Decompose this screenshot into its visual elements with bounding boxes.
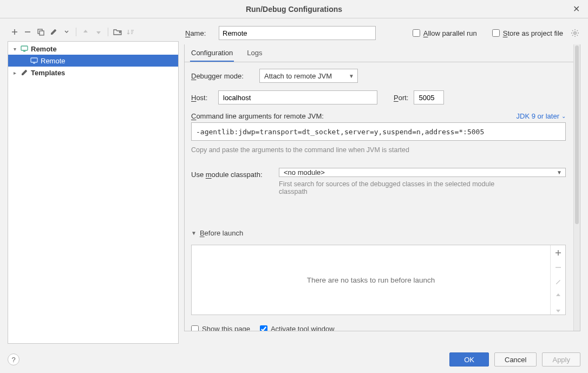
before-launch-tools: [550, 245, 565, 315]
chevron-right-icon[interactable]: ▸: [11, 70, 18, 76]
cancel-button[interactable]: Cancel: [494, 352, 537, 367]
before-launch-list: There are no tasks to run before launch: [191, 245, 566, 315]
vertical-scrollbar[interactable]: [573, 44, 580, 331]
tree-label: Remote: [31, 45, 57, 53]
host-input[interactable]: [218, 90, 377, 104]
activate-tool-window-checkbox[interactable]: Activate tool window: [260, 325, 335, 331]
caret-down-icon: ▼: [557, 169, 562, 175]
svg-point-6: [574, 32, 576, 34]
dialog-title: Run/Debug Configurations: [246, 5, 342, 14]
tabs: Configuration Logs: [185, 44, 580, 62]
help-icon[interactable]: ?: [8, 354, 19, 365]
svg-rect-4: [31, 58, 37, 62]
tree-node-templates[interactable]: ▸ Templates: [8, 67, 178, 78]
remove-task-icon: [551, 263, 565, 271]
move-down-icon: [93, 26, 104, 38]
config-inner: Debugger mode: Attach to remote JVM ▼ Ho…: [191, 69, 573, 331]
move-up-icon: [80, 26, 92, 38]
left-pane: ▾ Remote Remote ▸ Templates: [8, 25, 179, 344]
toolbar-separator: [76, 28, 76, 36]
config-panel: Configuration Logs Debugger mode: Attach…: [184, 44, 580, 331]
ok-button[interactable]: OK: [449, 352, 489, 367]
module-classpath-row: Use module classpath: <no module> ▼ Firs…: [191, 168, 566, 195]
triangle-down-icon: ▼: [191, 230, 197, 236]
allow-parallel-label: Allow parallel run: [423, 29, 477, 37]
tree-label: Remote: [41, 57, 66, 65]
bottom-checks: Show this page Activate tool window: [191, 325, 566, 331]
edit-templates-icon[interactable]: [48, 26, 60, 38]
port-input[interactable]: [414, 90, 444, 104]
module-classpath-hint: First search for sources of the debugged…: [279, 180, 512, 195]
store-as-project-checkbox[interactable]: Store as project file: [492, 29, 563, 37]
config-toolbar: [8, 25, 179, 41]
name-input[interactable]: [219, 26, 376, 40]
tree-node-remote-config[interactable]: Remote: [8, 55, 178, 67]
svg-rect-2: [21, 46, 28, 50]
svg-rect-5: [33, 63, 35, 64]
edit-task-icon: [551, 277, 565, 286]
right-pane: Name: Allow parallel run Store as projec…: [184, 25, 580, 344]
move-task-up-icon: [551, 291, 565, 300]
remove-icon[interactable]: [22, 26, 34, 38]
store-as-project-input[interactable]: [492, 29, 500, 37]
cmdline-field[interactable]: [191, 122, 566, 141]
caret-down-icon: ▼: [349, 73, 354, 79]
gear-icon[interactable]: [571, 29, 579, 37]
dialog-footer: ? OK Cancel Apply: [0, 348, 588, 373]
activate-tool-window-label: Activate tool window: [271, 325, 335, 331]
allow-parallel-checkbox[interactable]: Allow parallel run: [413, 29, 477, 37]
module-classpath-label: Use module classpath:: [191, 168, 273, 179]
remote-icon: [30, 56, 38, 65]
store-as-project-label: Store as project file: [503, 29, 563, 37]
port-label: Port:: [394, 94, 408, 102]
module-classpath-value: <no module>: [284, 168, 325, 176]
tree-label: Templates: [31, 69, 65, 77]
move-task-down-icon: [551, 306, 565, 315]
toolbar-separator: [108, 28, 108, 36]
apply-button: Apply: [542, 352, 580, 367]
folder-icon[interactable]: [112, 26, 123, 38]
before-launch-label: Before launch: [200, 229, 243, 237]
host-label: Host:: [191, 94, 213, 102]
caret-down-icon: ⌄: [561, 113, 566, 119]
titlebar: Run/Debug Configurations ✕: [0, 0, 588, 18]
close-icon[interactable]: ✕: [571, 3, 582, 14]
tab-configuration[interactable]: Configuration: [190, 44, 234, 62]
host-port-row: Host: Port:: [191, 90, 566, 104]
activate-tool-window-input[interactable]: [260, 325, 267, 332]
wrench-icon: [20, 68, 29, 77]
toolbar-dropdown-icon[interactable]: [61, 26, 73, 38]
scrollbar-thumb[interactable]: [575, 45, 579, 224]
add-icon[interactable]: [9, 26, 21, 38]
allow-parallel-input[interactable]: [413, 29, 420, 37]
cmdline-hint: Copy and paste the arguments to the comm…: [191, 146, 566, 154]
debugger-mode-label: Debugger mode:: [191, 72, 254, 80]
cmdline-label: Command line arguments for remote JVM:: [191, 112, 324, 120]
name-label: Name:: [185, 29, 213, 37]
jdk-version-label: JDK 9 or later: [517, 112, 559, 120]
svg-rect-3: [23, 51, 25, 52]
add-task-icon[interactable]: [551, 248, 565, 257]
dialog-body: ▾ Remote Remote ▸ Templates Name:: [0, 18, 588, 348]
cmdline-block: Command line arguments for remote JVM: J…: [191, 112, 566, 154]
show-this-page-checkbox[interactable]: Show this page: [191, 325, 250, 331]
debugger-mode-value: Attach to remote JVM: [264, 72, 332, 80]
tab-logs[interactable]: Logs: [246, 44, 263, 62]
sort-icon: [125, 26, 136, 38]
module-classpath-select[interactable]: <no module> ▼: [279, 168, 566, 177]
remote-icon: [20, 44, 29, 53]
chevron-down-icon[interactable]: ▾: [11, 46, 18, 52]
copy-icon[interactable]: [35, 26, 47, 38]
show-this-page-input[interactable]: [191, 325, 199, 332]
svg-rect-1: [40, 31, 44, 35]
name-row: Name: Allow parallel run Store as projec…: [184, 25, 580, 44]
jdk-version-dropdown[interactable]: JDK 9 or later ⌄: [517, 112, 566, 120]
before-launch-header[interactable]: ▼ Before launch: [191, 229, 566, 237]
before-launch-empty: There are no tasks to run before launch: [192, 245, 550, 315]
tree-node-remote-group[interactable]: ▾ Remote: [8, 43, 178, 55]
config-tree[interactable]: ▾ Remote Remote ▸ Templates: [8, 41, 179, 344]
show-this-page-label: Show this page: [202, 325, 250, 331]
debugger-mode-select[interactable]: Attach to remote JVM ▼: [259, 69, 358, 83]
debugger-mode-row: Debugger mode: Attach to remote JVM ▼: [191, 69, 566, 83]
main-row: ▾ Remote Remote ▸ Templates Name:: [8, 25, 580, 344]
